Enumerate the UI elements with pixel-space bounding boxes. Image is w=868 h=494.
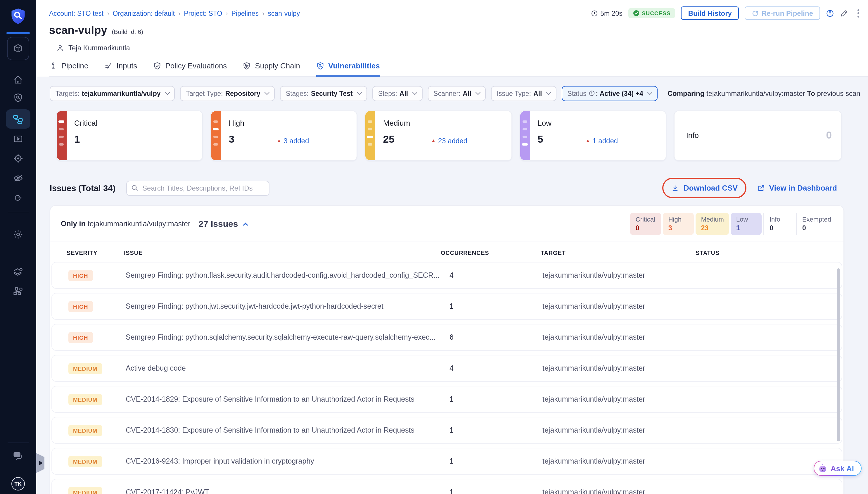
high-card[interactable]: High 3 ▲3 added xyxy=(210,110,357,160)
chevron-down-icon xyxy=(165,90,170,95)
filter-status[interactable]: Status : Active (34) +4 xyxy=(561,86,657,101)
table-row[interactable]: MEDIUM CVE-2014-1829: Exposure of Sensit… xyxy=(52,385,842,413)
breadcrumb-pipelines[interactable]: Pipelines xyxy=(231,10,259,17)
table-scrollbar[interactable] xyxy=(837,268,840,441)
pipeline-icon xyxy=(49,62,57,70)
breadcrumb-project[interactable]: Project: STO xyxy=(184,10,222,17)
refresh-icon xyxy=(752,10,759,17)
chevron-down-icon xyxy=(648,90,652,95)
triggered-by-user: Teja Kummarikuntla xyxy=(69,44,130,52)
filter-scanner[interactable]: Scanner:All xyxy=(428,86,485,101)
triggered-by-row: Teja Kummarikuntla xyxy=(50,40,868,56)
tab-policy-evaluations[interactable]: Policy Evaluations xyxy=(153,61,227,76)
logo-divider xyxy=(6,32,30,34)
left-nav-sidebar: ? TK xyxy=(0,0,36,494)
table-row[interactable]: HIGH Semgrep Finding: python.sqlalchemy.… xyxy=(52,324,842,350)
status-badge: SUCCESS xyxy=(628,8,675,18)
edit-pencil-icon[interactable] xyxy=(840,9,848,17)
table-row[interactable]: MEDIUM CVE-2014-1830: Exposure of Sensit… xyxy=(52,417,842,443)
low-card[interactable]: Low 5 ▲1 added xyxy=(519,110,666,160)
execution-duration: 5m 20s xyxy=(591,10,622,17)
more-options-icon[interactable] xyxy=(854,8,863,18)
supply-chain-shield-icon xyxy=(243,62,251,70)
default-settings-layers-icon[interactable] xyxy=(13,266,24,277)
inputs-icon xyxy=(104,62,113,70)
issues-count: 27 Issues xyxy=(198,218,238,229)
table-row[interactable]: MEDIUM CVE-2016-9243: Improper input val… xyxy=(52,448,842,474)
badge-high: High3 xyxy=(663,212,694,235)
badge-exempted: Exempted0 xyxy=(796,212,836,235)
only-in-row: Only in tejakummarikuntla/vulpy:master 2… xyxy=(50,206,844,241)
search-input[interactable] xyxy=(126,180,269,195)
delta-up-icon: ▲ xyxy=(431,138,436,143)
breadcrumb-current[interactable]: scan-vulpy xyxy=(268,10,300,17)
page-title: scan-vulpy xyxy=(49,24,107,37)
filter-steps[interactable]: Steps:All xyxy=(372,86,423,101)
search-icon xyxy=(131,184,138,191)
view-in-dashboard-button[interactable]: View in Dashboard xyxy=(757,184,837,192)
overview-scan-shield-icon[interactable] xyxy=(13,93,23,103)
download-csv-button[interactable]: Download CSV xyxy=(671,184,738,192)
ai-robot-icon xyxy=(818,463,828,473)
breadcrumb-separator: › xyxy=(262,10,264,17)
executions-icon[interactable] xyxy=(13,134,23,144)
delta-up-icon: ▲ xyxy=(586,138,590,143)
critical-strip xyxy=(57,111,66,160)
filter-stages[interactable]: Stages:Security Test xyxy=(280,86,367,101)
filter-issue-type[interactable]: Issue Type:All xyxy=(491,86,557,101)
external-link-icon xyxy=(757,184,765,192)
build-id-label: (Build Id: 6) xyxy=(112,28,143,35)
tab-pipeline[interactable]: Pipeline xyxy=(49,61,89,76)
build-history-button[interactable]: Build History xyxy=(681,6,739,20)
user-avatar[interactable]: TK xyxy=(12,477,25,491)
help-chat-icon[interactable]: ? xyxy=(13,451,24,461)
tickets-icon[interactable] xyxy=(13,193,23,203)
clock-icon xyxy=(591,10,598,17)
severity-badge: MEDIUM xyxy=(69,363,102,374)
table-row[interactable]: MEDIUM CVE-2017-11424: PyJWT... 1 tejaku… xyxy=(52,478,842,494)
info-icon[interactable] xyxy=(826,9,834,17)
sto-logo-shield-icon[interactable] xyxy=(10,7,26,25)
tab-vulnerabilities[interactable]: Vulnerabilities xyxy=(316,61,380,77)
vulnerabilities-shield-icon xyxy=(316,62,324,70)
severity-summary-cards: Critical 1 High 3 ▲3 added Medium 25 ▲23… xyxy=(56,110,842,160)
home-icon[interactable] xyxy=(13,75,23,85)
medium-card[interactable]: Medium 25 ▲23 added xyxy=(365,110,512,160)
badge-info: Info0 xyxy=(764,212,795,235)
badge-medium: Medium23 xyxy=(696,212,729,235)
breadcrumb-separator: › xyxy=(178,10,180,17)
pipelines-nav-icon[interactable] xyxy=(6,109,31,129)
info-icon xyxy=(589,90,595,96)
severity-badge: MEDIUM xyxy=(69,487,102,494)
ask-ai-button[interactable]: Ask AI xyxy=(814,461,862,476)
medium-strip xyxy=(366,111,375,160)
rerun-pipeline-button[interactable]: Re-run Pipeline xyxy=(745,6,820,20)
table-row[interactable]: HIGH Semgrep Finding: python.flask.secur… xyxy=(52,262,842,288)
settings-gear-icon[interactable] xyxy=(13,229,23,240)
module-selector-cube-icon[interactable] xyxy=(7,37,29,60)
severity-badge: MEDIUM xyxy=(69,425,102,436)
table-row[interactable]: MEDIUM Active debug code 4 tejakummariku… xyxy=(52,355,842,381)
severity-count-badges: Critical0 High3 Medium23 Low1 Info0 Exem… xyxy=(629,212,836,235)
policy-shield-check-icon xyxy=(153,62,161,70)
chevron-down-icon xyxy=(476,90,480,95)
user-icon xyxy=(56,44,64,52)
tab-inputs[interactable]: Inputs xyxy=(104,61,137,76)
download-icon xyxy=(671,184,679,192)
table-row[interactable]: HIGH Semgrep Finding: python.jwt.securit… xyxy=(52,292,842,320)
org-settings-icon[interactable] xyxy=(13,286,24,297)
test-targets-icon[interactable] xyxy=(13,153,23,164)
expander-arrow-icon xyxy=(39,461,43,466)
info-card[interactable]: Info 0 xyxy=(674,110,842,160)
filter-targets[interactable]: Targets:tejakummarikuntla/vulpy xyxy=(50,86,175,101)
critical-card[interactable]: Critical 1 xyxy=(56,110,203,160)
breadcrumb-separator: › xyxy=(226,10,228,17)
filter-target-type[interactable]: Target Type:Repository xyxy=(180,86,275,101)
severity-badge: HIGH xyxy=(69,301,93,312)
exemptions-eye-slash-icon[interactable] xyxy=(13,173,23,184)
breadcrumb-account[interactable]: Account: STO test xyxy=(49,10,103,17)
tab-supply-chain[interactable]: Supply Chain xyxy=(243,61,300,76)
collapse-chevron-up-icon[interactable] xyxy=(243,223,248,228)
breadcrumb-org[interactable]: Organization: default xyxy=(113,10,175,17)
filters-row: Targets:tejakummarikuntla/vulpy Target T… xyxy=(50,86,844,101)
